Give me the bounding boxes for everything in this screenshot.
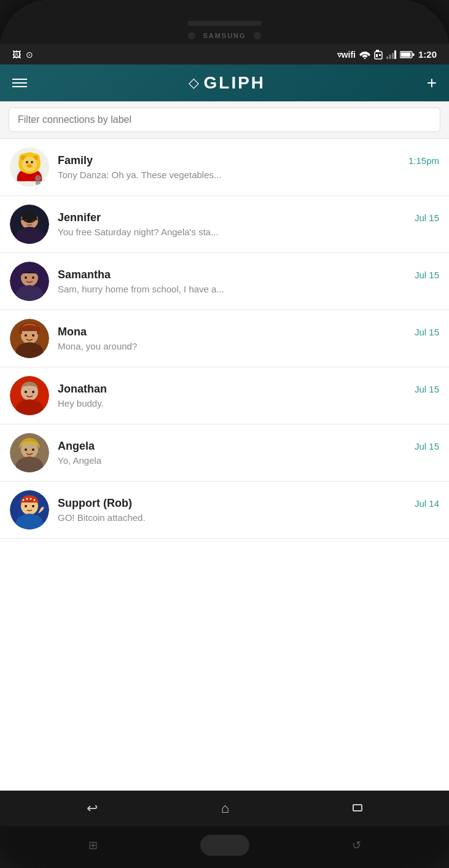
svg-point-34 <box>25 334 27 337</box>
svg-point-26 <box>25 219 27 222</box>
svg-point-35 <box>32 334 34 337</box>
sim-icon <box>374 50 383 60</box>
contact-name: Angela <box>58 440 95 453</box>
svg-point-30 <box>25 276 27 279</box>
avatar <box>10 490 49 530</box>
battery-icon <box>400 50 415 59</box>
app-logo-text: GLIPH <box>204 73 266 93</box>
svg-rect-2 <box>376 50 379 52</box>
contact-name: Family <box>58 154 93 167</box>
phone-bottom: ⊞ ↺ <box>0 826 449 868</box>
svg-point-51 <box>32 505 34 507</box>
svg-point-49 <box>34 499 36 501</box>
hamburger-menu-button[interactable] <box>12 79 27 87</box>
message-preview: GO! Bitcoin attached. <box>58 512 439 523</box>
message-time: Jul 14 <box>415 498 439 509</box>
bottom-nav-bar: ↩ ⌂ <box>0 791 449 826</box>
diamond-icon: ◇ <box>189 75 199 91</box>
conversation-list: Family 1:15pm Tony Danza: Oh ya. These v… <box>0 139 449 539</box>
time-display: 1:20 <box>418 49 437 60</box>
svg-point-48 <box>30 498 32 500</box>
svg-point-19 <box>31 161 33 163</box>
avatar <box>10 433 49 472</box>
svg-rect-11 <box>412 53 414 56</box>
contact-name: Jonathan <box>58 383 107 396</box>
svg-point-50 <box>25 505 27 507</box>
home-button[interactable]: ⌂ <box>221 800 229 816</box>
photo-icon: 🖼 <box>12 50 21 60</box>
avatar <box>10 319 49 358</box>
svg-point-46 <box>23 499 25 501</box>
conversation-info: Angela Jul 15 Yo, Angela <box>58 440 439 466</box>
signal-icon <box>386 50 396 59</box>
list-item[interactable]: Jonathan Jul 15 Hey buddy. <box>0 367 449 424</box>
svg-point-43 <box>32 448 34 451</box>
svg-rect-4 <box>379 54 381 56</box>
phone-speaker <box>188 21 262 26</box>
svg-point-27 <box>32 219 34 222</box>
message-time: 1:15pm <box>408 155 439 166</box>
conversation-info: Jennifer Jul 15 You free Saturday night?… <box>58 211 439 237</box>
conversation-info: Family 1:15pm Tony Danza: Oh ya. These v… <box>58 154 439 180</box>
avatar <box>10 147 49 187</box>
brand-label: SAMSUNG <box>203 32 246 39</box>
bottom-icon-right: ↺ <box>352 839 361 852</box>
svg-point-38 <box>25 391 27 393</box>
home-pill <box>200 835 249 856</box>
filter-bar <box>0 101 449 139</box>
avatar <box>10 262 49 301</box>
message-time: Jul 15 <box>415 441 439 452</box>
message-time: Jul 15 <box>415 270 439 280</box>
svg-rect-22 <box>36 181 41 185</box>
camera-dot <box>188 32 195 39</box>
app-logo: ◇ GLIPH <box>189 73 266 93</box>
bottom-icon-left: ⊞ <box>88 839 98 852</box>
list-item[interactable]: Angela Jul 15 Yo, Angela <box>0 424 449 482</box>
wifi-status-icon <box>359 50 370 59</box>
contact-name: Mona <box>58 326 87 338</box>
conversation-info: Jonathan Jul 15 Hey buddy. <box>58 383 439 409</box>
message-preview: You free Saturday night? Angela's sta... <box>58 227 439 237</box>
recents-button[interactable] <box>353 805 362 812</box>
svg-point-31 <box>32 276 34 279</box>
app-content: Family 1:15pm Tony Danza: Oh ya. These v… <box>0 101 449 791</box>
message-time: Jul 15 <box>415 384 439 394</box>
conversation-info: Samantha Jul 15 Sam, hurry home from sch… <box>58 268 439 294</box>
app-header: ◇ GLIPH + <box>0 65 449 101</box>
message-preview: Yo, Angela <box>58 455 439 466</box>
wifi-icon: ▿wifi <box>337 50 356 60</box>
media-icon: ⊙ <box>26 50 33 60</box>
svg-rect-7 <box>392 53 394 59</box>
message-preview: Sam, hurry home from school, I have a... <box>58 284 439 294</box>
list-item[interactable]: Family 1:15pm Tony Danza: Oh ya. These v… <box>0 139 449 196</box>
svg-rect-5 <box>386 57 388 59</box>
list-item[interactable]: Mona Jul 15 Mona, you around? <box>0 310 449 367</box>
svg-point-47 <box>26 498 28 500</box>
message-preview: Hey buddy. <box>58 398 439 409</box>
conversation-info: Support (Rob) Jul 14 GO! Bitcoin attache… <box>58 497 439 523</box>
sensor-dot <box>254 32 261 39</box>
svg-rect-8 <box>394 50 396 59</box>
filter-input[interactable] <box>9 108 440 132</box>
avatar <box>10 205 49 244</box>
contact-name: Support (Rob) <box>58 497 132 510</box>
svg-point-42 <box>25 448 27 451</box>
svg-rect-1 <box>375 52 382 59</box>
message-time: Jul 15 <box>415 327 439 337</box>
svg-point-20 <box>26 164 33 168</box>
svg-point-18 <box>26 161 28 163</box>
svg-rect-10 <box>400 52 410 57</box>
phone-device: SAMSUNG 🖼 ⊙ ▿wifi <box>0 0 449 868</box>
list-item[interactable]: Support (Rob) Jul 14 GO! Bitcoin attache… <box>0 482 449 539</box>
svg-point-21 <box>35 175 41 181</box>
svg-rect-6 <box>389 55 391 59</box>
message-preview: Mona, you around? <box>58 341 439 351</box>
list-item[interactable]: Samantha Jul 15 Sam, hurry home from sch… <box>0 253 449 310</box>
contact-name: Samantha <box>58 268 111 281</box>
svg-point-39 <box>32 391 34 393</box>
add-conversation-button[interactable]: + <box>427 73 437 93</box>
contact-name: Jennifer <box>58 211 101 224</box>
back-button[interactable]: ↩ <box>87 800 98 816</box>
list-item[interactable]: Jennifer Jul 15 You free Saturday night?… <box>0 196 449 253</box>
svg-rect-3 <box>376 54 378 57</box>
